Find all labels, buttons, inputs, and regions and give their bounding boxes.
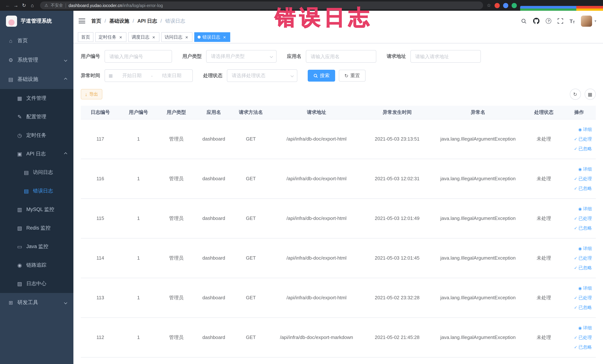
export-button[interactable]: ↓ 导出 — [81, 89, 102, 99]
sidebar-item-log-center[interactable]: ▨ 日志中心 — [0, 274, 73, 293]
handled-link[interactable]: ✓已处理 — [563, 174, 592, 183]
app-name-input[interactable] — [306, 50, 376, 63]
sidebar-item-access-log[interactable]: ▤ 访问日志 — [0, 163, 73, 182]
sidebar-item-job[interactable]: ◷ 定时任务 — [0, 126, 73, 145]
breadcrumb-item-current: 错误日志 — [165, 18, 185, 24]
forward-icon[interactable]: → — [12, 3, 20, 8]
method-cell: GET — [232, 238, 269, 278]
ignored-link[interactable]: ✓已忽略 — [563, 342, 592, 352]
ignored-link[interactable]: ✓已忽略 — [563, 144, 592, 153]
fullscreen-icon[interactable] — [558, 18, 563, 24]
tab-schedule-log[interactable]: 调度日志× — [128, 32, 159, 42]
filter-request-url: 请求地址 — [387, 50, 481, 63]
close-icon[interactable]: × — [118, 35, 123, 39]
close-icon[interactable]: × — [151, 35, 156, 39]
columns-icon: ▦ — [588, 91, 592, 97]
sidebar-item-java[interactable]: ▭ Java 监控 — [0, 237, 73, 256]
tab-home[interactable]: 首页 — [78, 32, 93, 42]
date-range-picker[interactable]: ▦ 开始日期 - 结束日期 — [104, 69, 193, 82]
close-icon[interactable]: × — [184, 35, 189, 39]
handled-link[interactable]: ✓已处理 — [563, 293, 592, 303]
chevron-up-icon — [64, 153, 67, 156]
sidebar-item-api-log[interactable]: ▣ API 日志 — [0, 145, 73, 163]
github-icon[interactable] — [533, 18, 540, 24]
address-bar[interactable]: ⚠ 不安全 dashboard.yudao.iocoder.cn/infra/l… — [40, 1, 483, 9]
sidebar-item-label: 日志中心 — [26, 280, 46, 287]
breadcrumb-item[interactable]: 首页 — [91, 18, 101, 24]
app-logo[interactable]: 芋道管理系统 — [0, 11, 73, 31]
back-icon[interactable]: ← — [4, 3, 12, 8]
help-icon[interactable]: ? — [546, 18, 551, 24]
handled-label: 已处理 — [579, 335, 592, 340]
breadcrumb-item[interactable]: API 日志 — [137, 18, 157, 24]
ignored-label: 已忽略 — [579, 305, 592, 310]
hamburger-icon[interactable] — [79, 19, 85, 23]
detail-link[interactable]: ◉详细 — [563, 283, 592, 293]
handled-label: 已处理 — [579, 216, 592, 221]
sidebar-item-infra[interactable]: ▤ 基础设施 — [0, 70, 73, 89]
status-cell: 未处理 — [525, 199, 563, 238]
check-icon: ✓ — [574, 335, 577, 340]
sidebar-item-error-log[interactable]: ▤ 错误日志 — [0, 182, 73, 200]
user-id-input[interactable] — [104, 50, 172, 63]
search-button[interactable]: 搜索 — [308, 70, 335, 82]
reload-icon[interactable]: ↻ — [20, 3, 28, 8]
sidebar-item-dev-tools[interactable]: ⊞ 研发工具 — [0, 293, 73, 312]
user-menu[interactable]: ▾ — [581, 15, 596, 26]
user-type-select[interactable]: 请选择用户类型 — [206, 50, 277, 63]
browser-home-icon[interactable]: ⌂ — [28, 3, 36, 8]
extension-icon-grid[interactable] — [520, 6, 603, 11]
extension-icon-red[interactable] — [494, 3, 499, 8]
ignored-link[interactable]: ✓已忽略 — [563, 183, 592, 193]
sidebar-item-config[interactable]: ✎ 配置管理 — [0, 107, 73, 126]
font-size-icon[interactable]: TT — [570, 18, 575, 24]
ignored-label: 已忽略 — [579, 146, 592, 151]
close-icon[interactable]: × — [222, 35, 227, 39]
tab-error-log[interactable]: 错误日志× — [194, 32, 230, 42]
sidebar-item-mysql[interactable]: ▥ MySQL 监控 — [0, 200, 73, 219]
detail-link[interactable]: ◉详细 — [563, 124, 592, 134]
breadcrumb-item[interactable]: 基础设施 — [109, 18, 129, 24]
exception-time-cell: 2021-05-03 12:01:45 — [363, 238, 431, 278]
tab-job[interactable]: 定时任务× — [95, 32, 127, 42]
tab-access-log[interactable]: 访问日志× — [161, 32, 192, 42]
tab-label: 调度日志 — [132, 34, 150, 40]
ignored-link[interactable]: ✓已忽略 — [563, 303, 592, 312]
extension-icon-blue[interactable] — [503, 3, 508, 8]
bookmark-star-icon[interactable]: ☆ — [487, 3, 491, 8]
sidebar-item-home[interactable]: ⌂ 首页 — [0, 31, 73, 50]
sidebar-item-trace[interactable]: ◉ 链路追踪 — [0, 256, 73, 274]
detail-link[interactable]: ◉详细 — [563, 244, 592, 253]
request-url-input[interactable] — [410, 50, 481, 63]
sidebar-item-file[interactable]: ▦ 文件管理 — [0, 89, 73, 107]
sidebar-item-system[interactable]: ⚙ 系统管理 — [0, 50, 73, 70]
handled-link[interactable]: ✓已处理 — [563, 253, 592, 263]
detail-link[interactable]: ◉详细 — [563, 323, 592, 332]
filter-user-type: 用户类型 请选择用户类型 — [182, 50, 277, 63]
ignored-link[interactable]: ✓已忽略 — [563, 223, 592, 233]
process-status-select[interactable]: 请选择处理状态 — [227, 69, 297, 82]
status-cell: 未处理 — [525, 317, 563, 357]
table-row: 113 1 管理员 dashboard GET /api/infra/db-do… — [81, 278, 596, 317]
search-icon[interactable] — [521, 18, 527, 24]
handled-link[interactable]: ✓已处理 — [563, 213, 592, 223]
status-cell: 未处理 — [525, 278, 563, 317]
actions-cell: ◉详细 ✓已处理 ✓已忽略 — [563, 238, 596, 278]
ignored-link[interactable]: ✓已忽略 — [563, 263, 592, 272]
refresh-table-button[interactable]: ↻ — [570, 89, 581, 100]
reset-button[interactable]: ↻ 重置 — [339, 70, 366, 82]
detail-link[interactable]: ◉详细 — [563, 164, 592, 174]
ignored-label: 已忽略 — [579, 186, 592, 191]
handled-link[interactable]: ✓已处理 — [563, 332, 592, 342]
log-center-icon: ▨ — [16, 281, 23, 287]
column-settings-button[interactable]: ▦ — [584, 89, 596, 100]
actions-cell: ◉详细 ✓已处理 ✓已忽略 — [563, 159, 596, 199]
detail-link[interactable]: ◉详细 — [563, 204, 592, 213]
log-id-cell: 117 — [81, 119, 120, 159]
extension-icon-green[interactable] — [511, 3, 517, 8]
sidebar-item-redis[interactable]: ▧ Redis 监控 — [0, 219, 73, 237]
actions-cell: ◉详细 ✓已处理 ✓已忽略 — [563, 199, 596, 238]
handled-link[interactable]: ✓已处理 — [563, 134, 592, 144]
exception-name-cell: java.lang.IllegalArgumentException — [431, 119, 525, 159]
status-cell: 未处理 — [525, 238, 563, 278]
